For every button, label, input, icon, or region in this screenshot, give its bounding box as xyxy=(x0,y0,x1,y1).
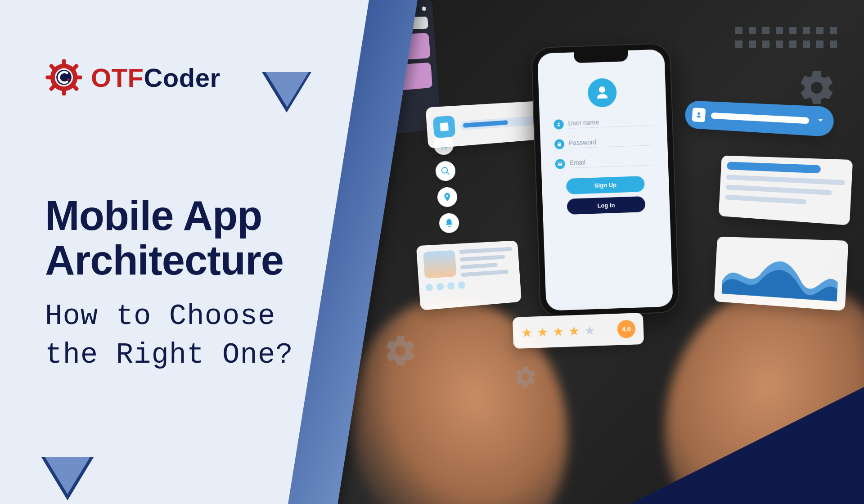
gear-icon xyxy=(382,333,418,369)
star-icon: ★ xyxy=(584,323,595,338)
logo-text-b: Coder xyxy=(144,63,220,92)
text-lines xyxy=(459,247,513,277)
image-icon xyxy=(433,116,456,139)
mail-icon xyxy=(555,159,565,169)
logo-text-a: OTF xyxy=(91,63,144,92)
phone-mockup: User name Password Email Sign Up Log In xyxy=(531,43,680,317)
avatar-icon xyxy=(587,78,617,108)
signup-button: Sign Up xyxy=(566,176,645,194)
wave-chart-icon xyxy=(722,245,840,302)
triangle-accent xyxy=(45,457,90,494)
user-icon xyxy=(554,119,564,130)
rating-badge: 4.0 xyxy=(617,320,635,338)
logo-text: OTFCoder xyxy=(91,63,220,93)
side-icon-stack xyxy=(433,135,459,234)
card-list xyxy=(719,155,853,225)
subhead-line2: the Right One? xyxy=(45,336,293,374)
triangle-accent xyxy=(266,72,309,107)
field-label: Email xyxy=(569,156,654,168)
field-label: User name xyxy=(568,117,653,129)
phone-notch xyxy=(574,50,628,63)
login-button: Log In xyxy=(567,196,646,215)
field-email: Email xyxy=(555,156,654,169)
logo: OTFCoder xyxy=(45,58,220,96)
search-icon xyxy=(435,161,456,182)
progress-bar xyxy=(460,116,534,130)
headline: Mobile App Architecture xyxy=(45,194,284,283)
svg-rect-5 xyxy=(76,76,82,79)
field-username: User name xyxy=(554,116,653,130)
card-chart xyxy=(714,237,849,311)
pill-bar xyxy=(711,112,810,124)
star-icon: ★ xyxy=(552,324,564,339)
gear-icon xyxy=(513,364,538,390)
subhead-line1: How to Choose xyxy=(45,297,293,336)
phone-screen: User name Password Email Sign Up Log In xyxy=(537,49,673,310)
gear-icon xyxy=(796,68,837,108)
field-password: Password xyxy=(554,136,654,149)
thumbnail xyxy=(423,250,457,279)
subhead: How to Choose the Right One? xyxy=(45,297,293,375)
headline-line1: Mobile App xyxy=(45,194,284,238)
bell-icon xyxy=(439,212,460,234)
card-rating: ★ ★ ★ ★ ★ 4.0 xyxy=(513,313,644,349)
dot-row xyxy=(425,278,514,292)
pin-icon xyxy=(437,186,458,207)
svg-rect-3 xyxy=(62,90,66,95)
svg-rect-2 xyxy=(62,59,66,65)
user-icon xyxy=(692,108,706,122)
card-image-text xyxy=(416,240,522,310)
logo-gear-icon xyxy=(45,58,83,96)
card-pill xyxy=(684,100,834,137)
lock-icon xyxy=(554,139,565,149)
star-icon: ★ xyxy=(536,324,548,340)
star-icon: ★ xyxy=(521,325,533,340)
chevron-down-icon xyxy=(815,116,825,127)
star-icon: ★ xyxy=(568,323,580,338)
banner-canvas: Profile xyxy=(0,0,864,504)
headline-line2: Architecture xyxy=(45,238,284,283)
svg-rect-4 xyxy=(46,76,52,79)
settings-icon xyxy=(420,5,427,12)
svg-point-11 xyxy=(68,79,70,81)
field-label: Password xyxy=(569,136,654,148)
dots-pattern xyxy=(735,27,837,48)
